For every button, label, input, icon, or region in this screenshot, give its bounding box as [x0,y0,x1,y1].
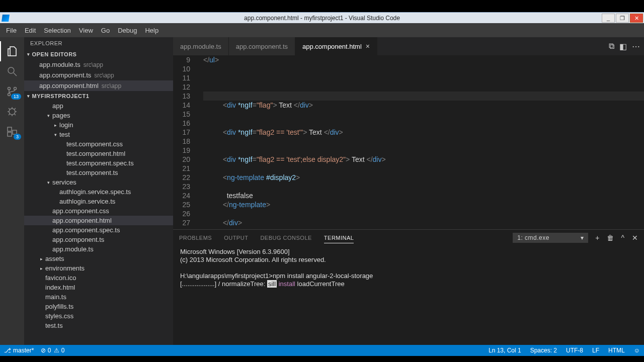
tree-item[interactable]: ▾pages [24,111,173,120]
activity-bar: 13 3 [0,37,24,345]
status-encoding[interactable]: UTF-8 [566,347,583,354]
open-editors-section[interactable]: ▾ OPEN EDITORS [24,49,173,59]
activity-scm[interactable]: 13 [0,81,24,102]
activity-explorer[interactable] [0,41,24,61]
bottom-panel: PROBLEMS OUTPUT DEBUG CONSOLE TERMINAL 1… [173,229,644,345]
svg-rect-7 [8,132,12,136]
status-ln-col[interactable]: Ln 13, Col 1 [489,347,521,354]
split-editor-icon[interactable]: ◧ [619,42,627,51]
menu-selection[interactable]: Selection [40,25,74,36]
tree-item[interactable]: styles.css [24,311,173,321]
svg-rect-6 [8,127,12,131]
bug-icon [6,106,18,118]
tree-item[interactable]: favicon.ico [24,273,173,283]
new-terminal-icon[interactable]: + [595,234,600,242]
menu-view[interactable]: View [75,25,97,36]
status-language[interactable]: HTML [608,347,625,354]
close-panel-icon[interactable]: ✕ [632,234,638,242]
editor-tabs: app.module.tsapp.component.tsapp.compone… [173,37,644,55]
tree-item[interactable]: app.component.spec.ts [24,225,173,235]
tree-item[interactable]: test.component.html [24,149,173,158]
status-indent[interactable]: Spaces: 2 [530,347,557,354]
tree-item[interactable]: app.component.html [24,216,173,225]
window-title: app.component.html - myfirstproject1 - V… [244,15,400,22]
editor-tab[interactable]: app.component.ts [229,37,295,55]
activity-extensions[interactable]: 3 [0,122,24,142]
explorer-title: EXPLORER [24,37,173,49]
maximize-panel-icon[interactable]: ^ [621,234,624,242]
activity-debug[interactable] [0,102,24,122]
status-feedback-icon[interactable]: ☺ [634,347,640,354]
tree-item[interactable]: main.ts [24,292,173,302]
scm-badge: 13 [11,94,21,100]
tree-item[interactable]: ▾services [24,177,173,187]
tree-item[interactable]: app.component.css [24,206,173,216]
tree-item[interactable]: ▾test [24,130,173,139]
status-warnings[interactable]: ⚠ 0 [54,347,64,354]
menu-file[interactable]: File [2,25,21,36]
project-section[interactable]: ▾ MYFIRSTPROJECT1 [24,91,173,101]
activity-search[interactable] [0,61,24,81]
tree-item[interactable]: test.ts [24,321,173,330]
menu-edit[interactable]: Edit [21,25,40,36]
tree-item[interactable]: test.component.ts [24,168,173,177]
menu-go[interactable]: Go [97,25,114,36]
svg-point-2 [8,87,11,90]
menu-help[interactable]: Help [141,25,163,36]
files-icon [6,45,18,57]
tree-item[interactable]: test.component.css [24,139,173,149]
status-branch[interactable]: ⎇master* [4,347,34,354]
tree-item[interactable]: app.module.ts [24,244,173,254]
editor-tab[interactable]: app.component.html× [295,37,377,55]
tree-item[interactable]: ▸environments [24,263,173,273]
open-editor-item[interactable]: app.module.tssrc\app [24,59,173,70]
kill-terminal-icon[interactable]: 🗑 [607,234,614,242]
tab-close-icon[interactable]: × [366,42,370,50]
panel-tab-terminal[interactable]: TERMINAL [324,233,354,243]
minimize-button[interactable]: _ [602,14,615,23]
panel-tab-problems[interactable]: PROBLEMS [179,233,212,243]
tree-item[interactable]: test.component.spec.ts [24,158,173,168]
vscode-logo-icon [2,15,10,22]
terminal[interactable]: Microsoft Windows [Version 6.3.9600] (c)… [173,246,644,345]
tree-item[interactable]: ▸login [24,120,173,130]
tree-item[interactable]: app.component.ts [24,235,173,244]
chevron-down-icon: ▾ [27,52,30,57]
search-icon [6,65,18,77]
tree-item[interactable]: ▸assets [24,254,173,263]
terminal-selector[interactable]: 1: cmd.exe▾ [513,233,588,243]
maximize-button[interactable]: ❐ [616,14,629,23]
open-editor-item[interactable]: app.component.htmlsrc\app [24,80,173,91]
status-bar: ⎇master* ⊘ 0 ⚠ 0 Ln 13, Col 1 Spaces: 2 … [0,345,644,356]
menubar: File Edit Selection View Go Debug Help [0,23,644,37]
svg-point-4 [14,87,17,90]
code-editor[interactable]: 9101112131415161718192021222324252627 </… [173,55,644,229]
editor-tab[interactable]: app.module.ts [173,37,229,55]
tree-item[interactable]: authlogin.service.spec.ts [24,187,173,197]
open-editor-item[interactable]: app.component.tssrc\app [24,70,173,80]
extensions-badge: 3 [14,134,21,140]
explorer-sidebar: EXPLORER ▾ OPEN EDITORS app.module.tssrc… [24,37,173,345]
svg-line-1 [14,73,17,76]
tree-item[interactable]: polyfills.ts [24,302,173,311]
svg-point-3 [8,94,11,96]
chevron-down-icon: ▾ [27,94,30,99]
status-errors[interactable]: ⊘ 0 [41,347,51,354]
status-eol[interactable]: LF [592,347,599,354]
panel-tab-output[interactable]: OUTPUT [224,233,248,243]
svg-point-0 [8,67,14,73]
close-window-button[interactable]: ✕ [630,14,643,23]
tree-item[interactable]: app [24,101,173,111]
panel-tab-debug-console[interactable]: DEBUG CONSOLE [260,233,311,243]
diff-icon[interactable]: ⧉ [609,42,614,51]
tree-item[interactable]: authlogin.service.ts [24,197,173,206]
menu-debug[interactable]: Debug [114,25,141,36]
titlebar: app.component.html - myfirstproject1 - V… [0,12,644,23]
tree-item[interactable]: index.html [24,283,173,292]
more-icon[interactable]: ⋯ [632,42,640,51]
